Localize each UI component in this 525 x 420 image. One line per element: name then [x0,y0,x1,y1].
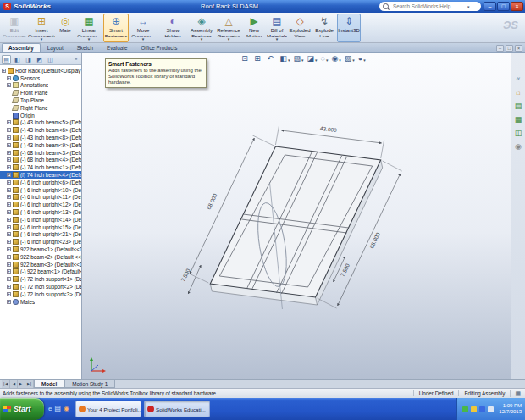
tree-item[interactable]: (-) 6 inch upright<12> (Defaul [0,201,81,208]
expander-icon[interactable] [7,255,11,259]
expander-icon[interactable] [7,277,11,281]
tab-scroll-button[interactable]: |◀ [2,380,10,388]
status-grid-icon[interactable]: ▦ [510,390,525,397]
tab-scroll-button[interactable]: ◀ [10,380,18,388]
expander-icon[interactable] [7,128,11,132]
expander-icon[interactable] [7,262,11,267]
view-palette-icon[interactable]: ◫ [515,130,522,137]
tree-item[interactable]: (-) 68 inch beam<3> (Default< [0,149,81,157]
command-tab[interactable]: Office Products [134,43,184,52]
tree-item[interactable]: Front Plane [0,89,81,97]
tree-item[interactable]: (f) 74 inch beam<4> (Default< [0,171,81,179]
help-search-box[interactable] [379,2,481,11]
tree-item[interactable]: (-) 68 inch beam<4> (Default< [0,157,81,164]
tree-item[interactable]: (-) 6 inch upright<15> (Defaul [0,224,81,231]
smart-fasteners-button[interactable]: ⊕ Smart Fasteners [103,14,129,42]
tree-item[interactable]: (-) 6 inch upright<6> (Default< [0,179,81,186]
hud-button[interactable]: ◒ [358,55,366,63]
tree-item[interactable]: (-) 72 inch support<3> (Defa [0,290,81,298]
edit-components-button[interactable]: ▣ Edit Components [2,14,27,42]
doc-restore-button[interactable]: □ [506,45,513,52]
expander-icon[interactable] [7,202,11,207]
tab-scroll-button[interactable]: ▶| [25,380,34,388]
command-tab[interactable]: Assembly [2,43,41,52]
insert-components-button[interactable]: ⊞ Insert Components [27,14,56,42]
mate-button[interactable]: ◎ Mate [56,14,75,42]
feature-manager-tab[interactable]: ▤ [2,55,11,64]
tree-item[interactable]: (-) 6 inch upright<10> (Defaul [0,186,81,194]
assembly-features-button[interactable]: ◈ Assembly Features [188,14,215,42]
antivirus-icon[interactable] [462,406,468,412]
hud-button[interactable]: ◌ [321,55,329,63]
design-library-icon[interactable]: ▤ [515,102,522,110]
update-icon[interactable] [471,406,477,412]
volume-icon[interactable] [488,406,494,412]
move-component-button[interactable]: ↔ Move Compon... [129,14,158,42]
expander-icon[interactable] [7,195,11,199]
expander-icon[interactable] [7,210,11,214]
tree-item[interactable]: (-) 72 inch support<2> (Defa [0,283,81,290]
hud-button[interactable]: ↶ [267,55,276,63]
dimension-length-left[interactable]: 68.000 [206,192,218,210]
expander-icon[interactable] [7,151,11,155]
dimension-width[interactable]: 43.000 [320,125,338,134]
tree-item[interactable]: 922 beam<3> (Default<<Def [0,261,81,268]
dimxpert-manager-tab[interactable]: ◩ [35,55,44,64]
expander-icon[interactable] [7,76,11,80]
hud-button[interactable]: ◧ [279,55,290,63]
command-tab[interactable]: Layout [41,43,70,52]
exploded-view-button[interactable]: ◇ Exploded View [288,14,312,42]
minimize-button[interactable]: – [484,2,496,11]
expander-icon[interactable] [7,180,11,185]
display-manager-tab[interactable]: ◫ [46,55,55,64]
expander-icon[interactable] [7,247,11,251]
expander-icon[interactable] [7,158,11,162]
expander-icon[interactable] [7,300,11,304]
configuration-manager-tab[interactable]: ◨ [24,55,33,64]
dimension-length-right[interactable]: 68.000 [368,231,381,249]
tree-item[interactable]: (-) 6 inch upright<11> (Defaul [0,194,81,202]
tree-item[interactable]: 922 beam<1> (Default<<Def [0,246,81,253]
task-project-portfolio[interactable]: Your 4 Project Portfoli... [75,401,141,417]
search-input[interactable] [391,3,467,10]
expander-icon[interactable] [2,69,6,73]
tree-item[interactable]: Origin [0,112,81,119]
expander-icon[interactable] [7,143,11,147]
bill-of-materials-button[interactable]: ▤ Bill of Materials [266,14,288,42]
tree-item[interactable]: (-) 43 inch beam<8> (Default< [0,134,81,141]
start-button[interactable]: Start [0,398,44,420]
tree-item[interactable]: (-) 43 inch beam<5> (Default< [0,119,81,127]
linear-component-pattern-button[interactable]: ▦ Linear Compon... [75,14,103,42]
tab-scroll-button[interactable]: ▶ [18,380,25,388]
chevron-down-icon[interactable] [467,4,470,9]
tree-item[interactable]: (-) 922 beam<1> (Default<< [0,268,81,276]
tree-item[interactable]: (-) 6 inch upright<23> (Defaul [0,238,81,246]
tree-item[interactable]: (-) 43 inch beam<9> (Default< [0,141,81,149]
expander-icon[interactable] [7,285,11,289]
tree-item[interactable]: Right Plane [0,104,81,112]
file-explorer-icon[interactable]: ▦ [515,116,522,124]
tree-item[interactable]: Sensors [0,75,81,82]
tree-item[interactable]: Roof Rack (Default<Display Stat [0,67,81,75]
tree-item[interactable]: (-) 43 inch beam<6> (Default< [0,126,81,134]
appearances-icon[interactable]: ◉ [515,143,522,151]
dimension-height-left[interactable]: 7.500 [180,268,191,283]
tree-item[interactable]: (-) 6 inch upright<14> (Defaul [0,216,81,224]
maximize-button[interactable]: □ [497,2,510,11]
expander-icon[interactable] [7,292,11,296]
tree-item[interactable]: (-) 6 inch upright<21> (Defaul [0,231,81,239]
dimension-height-right[interactable]: 7.500 [340,262,351,278]
expander-icon[interactable] [7,240,11,244]
internet-explorer-icon[interactable]: e [48,406,52,412]
hud-button[interactable]: ▨ [345,55,355,63]
expander-icon[interactable] [7,120,11,124]
tree-item[interactable]: Top Plane [0,97,81,104]
doc-close-button[interactable]: × [515,45,522,52]
instant3d-button[interactable]: ⇕ Instant3D [337,14,361,42]
expander-icon[interactable] [7,173,11,177]
tree-item[interactable]: Annotations [0,82,81,90]
reference-geometry-button[interactable]: △ Reference Geometry [215,14,242,42]
tree-item[interactable]: (-) 6 inch upright<13> (Defaul [0,208,81,216]
command-tab[interactable]: Sketch [70,43,100,52]
tree-item[interactable]: (-) 74 inch beam<1> (Default< [0,163,81,171]
